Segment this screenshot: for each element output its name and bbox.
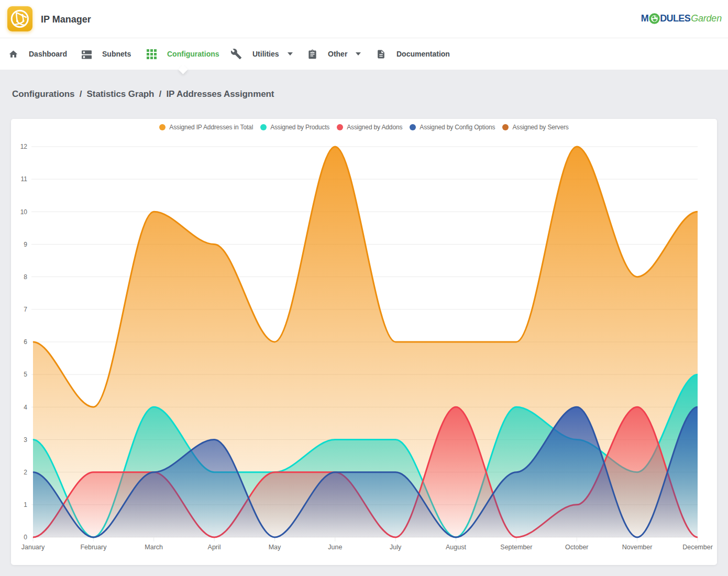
svg-text:11: 11 — [21, 175, 28, 183]
svg-text:August: August — [446, 544, 466, 551]
svg-text:April: April — [208, 544, 221, 551]
svg-text:November: November — [622, 544, 653, 551]
svg-text:8: 8 — [24, 273, 27, 281]
svg-text:9: 9 — [24, 241, 27, 248]
svg-text:March: March — [145, 544, 163, 551]
svg-text:October: October — [565, 544, 588, 551]
svg-text:10: 10 — [20, 208, 28, 216]
svg-text:6: 6 — [24, 338, 27, 346]
svg-text:2: 2 — [24, 469, 27, 476]
svg-text:May: May — [269, 544, 281, 551]
svg-text:1: 1 — [24, 501, 27, 508]
svg-text:3: 3 — [24, 436, 27, 444]
svg-text:June: June — [328, 544, 342, 551]
svg-text:5: 5 — [24, 371, 27, 378]
svg-text:12: 12 — [20, 143, 28, 150]
svg-text:February: February — [80, 544, 107, 551]
svg-text:7: 7 — [24, 306, 27, 313]
svg-text:0: 0 — [24, 534, 27, 541]
svg-text:July: July — [390, 544, 402, 551]
svg-text:January: January — [21, 544, 45, 551]
svg-text:September: September — [500, 544, 532, 551]
svg-text:December: December — [682, 544, 713, 551]
svg-text:4: 4 — [24, 404, 27, 411]
